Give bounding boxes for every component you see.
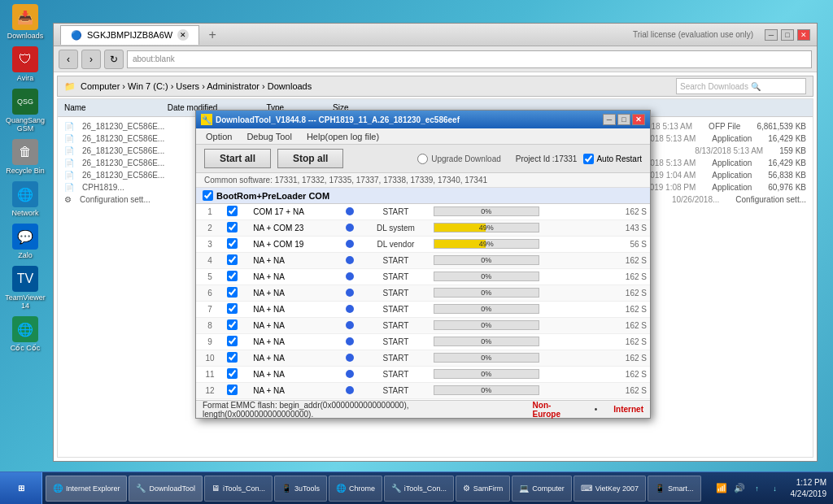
taskbar-item-smart[interactable]: 📱Smart...: [648, 476, 700, 502]
close-button[interactable]: ✕: [632, 114, 645, 125]
progress-text: 0%: [434, 289, 539, 297]
stop-all-button[interactable]: Stop all: [277, 149, 343, 168]
desktop-icon-recycle[interactable]: 🗑 Recycle Bin: [4, 139, 46, 175]
tray-network-icon[interactable]: 📶: [714, 481, 729, 496]
taskbar-item-download[interactable]: 🔧DownloadTool: [129, 476, 202, 502]
row-size: 162 S: [606, 318, 650, 334]
row-action: START: [361, 318, 430, 334]
new-tab-button[interactable]: +: [203, 25, 222, 45]
row-number: 5: [196, 269, 224, 285]
taskbar-item-itoolscon[interactable]: 🔧iTools_Con...: [384, 476, 454, 502]
tray-volume-icon[interactable]: 🔊: [732, 481, 747, 496]
maximize-button[interactable]: □: [617, 114, 630, 125]
table-row: 3 NA + COM 19 DL vendor 49% 56 S: [196, 237, 650, 253]
row-checkbox-cell: [224, 253, 250, 269]
toolbar: Start all Stop all Upgrade Download Proj…: [196, 145, 650, 173]
taskbar-item-ie[interactable]: 🌐Internet Explorer: [46, 476, 127, 502]
window-icon: 🔧: [201, 114, 212, 125]
taskbar-item-3utools[interactable]: 📱3uTools: [274, 476, 327, 502]
row-number: 10: [196, 350, 224, 367]
row-action: DL vendor: [361, 237, 430, 253]
row-size: 162 S: [606, 269, 650, 285]
row-progress: 49%: [430, 237, 606, 253]
auto-restart-checkbox[interactable]: [583, 154, 594, 164]
forward-button[interactable]: ›: [81, 50, 101, 69]
row-checkbox[interactable]: [227, 254, 238, 265]
row-checkbox[interactable]: [227, 336, 238, 346]
progress-text: 0%: [434, 207, 539, 215]
menu-bar: Option Debug Tool Help(open log file): [196, 128, 650, 145]
progress-bar: 0%: [434, 288, 539, 298]
row-checkbox[interactable]: [227, 319, 238, 330]
progress-text: 49%: [434, 224, 539, 232]
taskbar-item-vietkey[interactable]: ⌨VietKey 2007: [574, 476, 646, 502]
start-button[interactable]: ⊞: [0, 472, 42, 505]
port-status-dot: [346, 272, 354, 280]
back-button[interactable]: ‹: [59, 50, 78, 69]
row-dot: [338, 237, 361, 253]
table-row: 6 NA + NA START 0% 162 S: [196, 285, 650, 302]
row-checkbox[interactable]: [227, 271, 238, 281]
status-internet: Internet: [613, 405, 643, 414]
address-bar[interactable]: about:blank: [127, 50, 812, 68]
desktop-icon-zalo[interactable]: 💬 Zalo: [4, 224, 46, 259]
row-checkbox[interactable]: [227, 287, 238, 298]
progress-text: 0%: [434, 305, 539, 313]
desktop-icon-network[interactable]: 🌐 Network: [4, 181, 46, 217]
refresh-button[interactable]: ↻: [104, 50, 124, 69]
row-size: 162 S: [606, 285, 650, 302]
row-checkbox[interactable]: [227, 385, 238, 395]
progress-text: 0%: [434, 256, 539, 264]
row-checkbox-cell: [224, 302, 250, 318]
browser-maximize[interactable]: □: [781, 29, 794, 41]
desktop-icon-coccoc[interactable]: 🌐 Cốc Cốc: [4, 316, 46, 352]
row-size: 162 S: [606, 302, 650, 318]
progress-bar: 49%: [434, 223, 539, 232]
boot-header: BootRom+PreLoader COM: [196, 188, 650, 204]
row-checkbox-cell: [224, 204, 250, 220]
minimize-button[interactable]: ─: [603, 114, 616, 125]
browser-tab[interactable]: 🔵 SGKJBMPIJZB8A6W ✕: [60, 25, 199, 45]
row-checkbox[interactable]: [227, 368, 238, 379]
upgrade-radio[interactable]: [417, 154, 428, 164]
browser-minimize[interactable]: ─: [765, 29, 778, 41]
port-status-dot: [346, 256, 354, 264]
desktop-icon-quangsang[interactable]: QSG QuangSang GSM: [4, 89, 46, 133]
desktop: 🔵 SGKJBMPIJZB8A6W ✕ + Trial license (eva…: [0, 0, 833, 504]
row-checkbox[interactable]: [227, 303, 238, 314]
row-checkbox[interactable]: [227, 238, 238, 249]
search-bar[interactable]: Search Downloads 🔍: [676, 78, 806, 94]
desktop-icon-avira[interactable]: 🛡 Avira: [4, 46, 46, 82]
row-number: 4: [196, 253, 224, 269]
port-status-dot: [346, 305, 354, 313]
menu-debug[interactable]: Debug Tool: [240, 130, 298, 143]
row-checkbox[interactable]: [227, 206, 238, 216]
browser-tab-label: SGKJBMPIJZB8A6W: [87, 30, 172, 40]
taskbar-item-itools[interactable]: 🖥iTools_Con...: [204, 476, 273, 502]
row-checkbox-cell: [224, 285, 250, 302]
taskbar-item-samfirm[interactable]: ⚙SamFirm: [456, 476, 510, 502]
row-size: 162 S: [606, 253, 650, 269]
row-checkbox[interactable]: [227, 222, 238, 232]
browser-tab-close[interactable]: ✕: [177, 29, 189, 41]
progress-text: 0%: [434, 321, 539, 329]
table-row: 2 NA + COM 23 DL system 49% 143 S: [196, 220, 650, 237]
browser-close[interactable]: ✕: [797, 29, 810, 41]
row-progress: 0%: [430, 350, 606, 367]
taskbar-item-computer[interactable]: 💻Computer: [512, 476, 571, 502]
menu-option[interactable]: Option: [199, 130, 238, 143]
tray-download-icon[interactable]: ↓: [768, 481, 783, 496]
row-port: NA + NA: [250, 367, 338, 383]
row-number: 3: [196, 237, 224, 253]
taskbar-item-chrome[interactable]: 🌐Chrome: [329, 476, 382, 502]
desktop-icon-downloads[interactable]: 📥 Downloads: [4, 4, 46, 40]
menu-help[interactable]: Help(open log file): [300, 130, 386, 143]
row-checkbox[interactable]: [227, 352, 238, 363]
project-id: Project Id :17331: [516, 154, 578, 163]
row-port: NA + NA: [250, 334, 338, 350]
start-all-button[interactable]: Start all: [204, 149, 271, 168]
boot-header-checkbox[interactable]: [203, 190, 213, 201]
desktop-icon-teamviewer[interactable]: TV TeamViewer 14: [4, 266, 46, 310]
ports-table: 1 COM 17 + NA START 0% 162 S 2: [196, 204, 650, 400]
tray-upload-icon[interactable]: ↑: [750, 481, 765, 496]
